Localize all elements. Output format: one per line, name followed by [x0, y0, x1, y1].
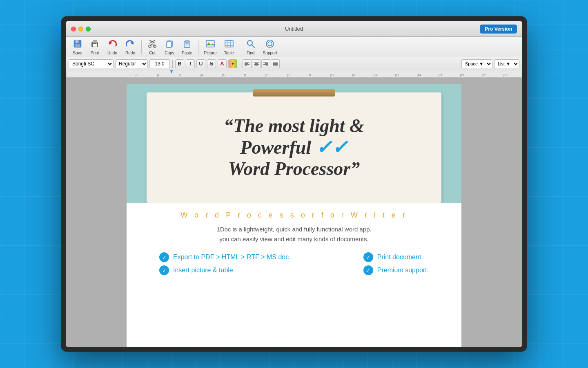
strikethrough-button[interactable]: S̶ — [207, 59, 216, 68]
table-icon — [224, 39, 234, 50]
description: 1Doc is a lightweight, quick and fully f… — [151, 224, 437, 244]
font-style-select[interactable]: Regular — [115, 59, 148, 68]
document-page: “The most light & Powerful ✓✓ Word Proce… — [127, 84, 461, 347]
features-col-right: ✓ Print document. ✓ Premium support. — [363, 252, 429, 275]
find-icon — [246, 39, 256, 50]
font-family-select[interactable]: Songti SC — [69, 59, 114, 68]
save-icon — [73, 39, 82, 50]
underline-button[interactable]: U — [196, 59, 205, 68]
picture-label: Picture — [204, 51, 217, 55]
svg-rect-24 — [225, 40, 233, 47]
paste-icon — [182, 39, 192, 50]
align-justify-button[interactable] — [271, 59, 280, 68]
paste-button[interactable]: Paste — [178, 37, 196, 57]
svg-text:|15: |15 — [439, 74, 443, 77]
feature-support-text: Premium support. — [377, 267, 429, 274]
paste-label: Paste — [182, 51, 192, 55]
title-bar: Untitled Pro Version — [66, 21, 522, 37]
font-size-input[interactable] — [149, 59, 170, 68]
save-label: Save — [73, 51, 82, 55]
check-circle-icon-3: ✓ — [363, 252, 373, 262]
svg-text:|17: |17 — [482, 74, 486, 77]
table-button[interactable]: Table — [221, 37, 237, 57]
list-select[interactable]: List ▼ — [494, 59, 519, 68]
content-section: W o r d P r o c e s s o r f o r W r i t … — [127, 203, 461, 283]
cut-button[interactable]: Cut — [144, 37, 160, 57]
italic-button[interactable]: I — [186, 59, 195, 68]
copy-label: Copy — [165, 51, 174, 55]
features-grid: ✓ Export to PDF > HTML > RTF > MS doc. ✓… — [151, 252, 437, 275]
svg-point-32 — [268, 42, 272, 46]
feature-item-export: ✓ Export to PDF > HTML > RTF > MS doc. — [159, 252, 291, 262]
feature-item-insert: ✓ Insert picture & table. — [159, 265, 291, 275]
bold-button[interactable]: B — [175, 59, 184, 68]
mac-window: Untitled Pro Version Save — [61, 16, 527, 352]
mac-screen: Untitled Pro Version Save — [66, 21, 522, 347]
check-circle-icon-1: ✓ — [159, 252, 169, 262]
hero-text-block: “The most light & Powerful ✓✓ Word Proce… — [224, 115, 364, 180]
svg-rect-53 — [66, 70, 522, 78]
description-line1: 1Doc is a lightweight, quick and fully f… — [216, 226, 371, 233]
text-color-icon: A — [220, 61, 224, 66]
space-select[interactable]: Space ▼ — [461, 59, 492, 68]
undo-button[interactable]: Undo — [104, 37, 121, 57]
find-button[interactable]: Find — [243, 37, 259, 57]
feature-export-text: Export to PDF > HTML > RTF > MS doc. — [173, 254, 291, 261]
svg-text:|13: |13 — [395, 74, 399, 77]
document-area: “The most light & Powerful ✓✓ Word Proce… — [66, 78, 522, 347]
subtitle: W o r d P r o c e s s o r f o r W r i t … — [151, 211, 437, 220]
close-button[interactable] — [71, 27, 76, 31]
svg-rect-5 — [93, 40, 97, 43]
features-col-left: ✓ Export to PDF > HTML > RTF > MS doc. ✓… — [159, 252, 291, 275]
svg-text:|11: |11 — [352, 74, 356, 77]
toolbar-separator-3 — [240, 40, 240, 54]
text-color-button[interactable]: A — [218, 59, 227, 68]
svg-text:|8: |8 — [287, 74, 290, 77]
svg-text:|2: |2 — [157, 74, 160, 77]
maximize-button[interactable] — [86, 27, 91, 31]
hero-banner: “The most light & Powerful ✓✓ Word Proce… — [127, 84, 461, 203]
hero-quote-line1: “The most light & — [224, 115, 364, 137]
window-title: Untitled — [285, 26, 303, 32]
toolbar: Save Print — [66, 37, 522, 57]
redo-button[interactable]: Redo — [122, 37, 139, 57]
minimize-button[interactable] — [78, 27, 83, 31]
cut-label: Cut — [149, 51, 156, 55]
print-label: Print — [91, 51, 99, 55]
feature-item-print: ✓ Print document. — [363, 252, 429, 262]
hero-quote-line2: Powerful ✓✓ — [224, 137, 364, 159]
format-divider-1 — [172, 60, 173, 68]
print-button[interactable]: Print — [87, 37, 103, 57]
highlight-icon: ▼ — [231, 62, 235, 66]
copy-button[interactable]: Copy — [161, 37, 178, 57]
check-circle-icon-4: ✓ — [363, 265, 373, 275]
svg-rect-3 — [76, 40, 78, 43]
ruler: |1 |2 |3 |4 |5 |6 |7 |8 |9 |10 |11 |12 |… — [66, 70, 522, 78]
align-left-button[interactable] — [243, 59, 252, 68]
svg-text:|7: |7 — [265, 74, 268, 77]
picture-icon — [205, 39, 215, 50]
align-right-button[interactable] — [261, 59, 270, 68]
pro-version-button[interactable]: Pro Version — [480, 25, 517, 34]
hero-quote-line3: Word Processor” — [224, 158, 364, 180]
svg-text:|5: |5 — [222, 74, 225, 77]
align-center-button[interactable] — [252, 59, 261, 68]
svg-rect-7 — [96, 43, 97, 44]
svg-point-29 — [247, 40, 252, 45]
svg-text:|14: |14 — [417, 74, 421, 77]
space-list-controls: Space ▼ List ▼ — [461, 59, 519, 68]
svg-text:|18: |18 — [503, 74, 508, 77]
support-button[interactable]: Support — [260, 37, 281, 57]
redo-label: Redo — [125, 51, 135, 55]
picture-button[interactable]: Picture — [201, 37, 220, 57]
description-line2: you can easily view and edit many kinds … — [219, 236, 368, 242]
undo-icon — [107, 39, 118, 50]
svg-text:|6: |6 — [244, 74, 246, 77]
svg-text:|16: |16 — [460, 74, 464, 77]
format-bar: Songti SC Regular B I U S̶ A ▼ — [66, 57, 522, 70]
save-button[interactable]: Save — [69, 37, 86, 57]
feature-item-support: ✓ Premium support. — [363, 265, 429, 275]
highlight-button[interactable]: ▼ — [228, 59, 237, 68]
align-group — [243, 59, 280, 68]
print-icon — [90, 39, 100, 50]
